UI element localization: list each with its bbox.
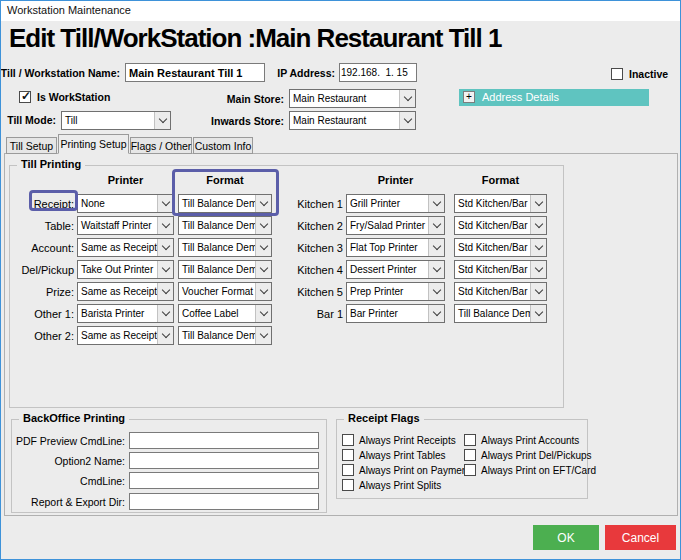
combo-value: Till Balance Demo bbox=[179, 261, 255, 278]
other2-printer-select[interactable]: Same as Receipt bbox=[77, 326, 174, 345]
combo-value: Same as Receipt bbox=[78, 283, 157, 300]
chevron-down-icon bbox=[428, 217, 444, 234]
account-printer-select[interactable]: Same as Receipt bbox=[77, 238, 174, 257]
bar1-printer-select[interactable]: Bar Printer bbox=[346, 304, 445, 323]
pdf-preview-cmdline-input[interactable] bbox=[129, 432, 319, 449]
prize-printer-select[interactable]: Same as Receipt bbox=[77, 282, 174, 301]
table-format-select[interactable]: Till Balance Demo bbox=[178, 216, 272, 235]
tab-printing-setup[interactable]: Printing Setup bbox=[58, 134, 129, 154]
bar1-label: Bar 1 bbox=[317, 308, 343, 320]
always-print-del-pickups-checkbox[interactable] bbox=[464, 449, 476, 461]
option2-name-input[interactable] bbox=[129, 452, 319, 469]
chevron-down-icon bbox=[157, 217, 173, 234]
backoffice-printing-group: BackOffice Printing PDF Preview CmdLine:… bbox=[11, 419, 327, 513]
combo-value: Till Balance Demo bbox=[179, 217, 255, 234]
kitchen1-label: Kitchen 1 bbox=[297, 198, 343, 210]
tab-custom-info[interactable]: Custom Info bbox=[193, 137, 253, 154]
del-pickup-format-select[interactable]: Till Balance Demo bbox=[178, 260, 272, 279]
backoffice-printing-title: BackOffice Printing bbox=[19, 412, 129, 424]
kitchen5-format-select[interactable]: Std Kitchen/Bar bbox=[454, 282, 547, 301]
chevron-down-icon bbox=[530, 239, 546, 256]
combo-value: None bbox=[78, 195, 157, 212]
workstation-name-input[interactable] bbox=[125, 63, 265, 82]
chevron-down-icon bbox=[428, 261, 444, 278]
kitchen2-format-select[interactable]: Std Kitchen/Bar bbox=[454, 216, 547, 235]
kitchen2-printer-select[interactable]: Fry/Salad Printer bbox=[346, 216, 445, 235]
tab-flags-other[interactable]: Flags / Other bbox=[130, 137, 192, 154]
always-print-tables-checkbox[interactable] bbox=[342, 449, 354, 461]
report-export-dir-input[interactable] bbox=[129, 493, 319, 510]
account-format-select[interactable]: Till Balance Demo bbox=[178, 238, 272, 257]
always-print-on-payment-checkbox[interactable] bbox=[342, 464, 354, 476]
del-pickup-printer-select[interactable]: Take Out Printer bbox=[77, 260, 174, 279]
always-print-splits-checkbox[interactable] bbox=[342, 479, 354, 491]
kitchen4-printer-select[interactable]: Dessert Printer bbox=[346, 260, 445, 279]
cancel-button[interactable]: Cancel bbox=[605, 525, 676, 550]
tab-till-setup[interactable]: Till Setup bbox=[6, 137, 57, 154]
kitchen3-printer-select[interactable]: Flat Top Printer bbox=[346, 238, 445, 257]
till-mode-value: Till bbox=[62, 112, 154, 129]
kitchen4-format-select[interactable]: Std Kitchen/Bar bbox=[454, 260, 547, 279]
chevron-down-icon bbox=[157, 327, 173, 344]
always-print-accounts-label: Always Print Accounts bbox=[481, 435, 579, 446]
always-print-tables-label: Always Print Tables bbox=[359, 450, 446, 461]
till-mode-label: Till Mode: bbox=[7, 114, 56, 126]
table-label: Table: bbox=[45, 220, 74, 232]
printing-row: Prize: Same as Receipt Voucher Format Ki… bbox=[10, 282, 565, 301]
other2-format-select[interactable]: Till Balance Demo bbox=[178, 326, 272, 345]
bar1-format-select[interactable]: Till Balance Demo bbox=[454, 304, 547, 323]
always-print-on-eft-card-checkbox[interactable] bbox=[464, 464, 476, 476]
inwards-store-value: Main Restaurant bbox=[290, 112, 399, 129]
format-column-header: Format bbox=[454, 174, 547, 186]
plus-icon bbox=[463, 91, 475, 103]
receipt-format-select[interactable]: Till Balance Demo bbox=[178, 194, 272, 213]
combo-value: Std Kitchen/Bar bbox=[455, 217, 530, 234]
combo-value: Std Kitchen/Bar bbox=[455, 283, 530, 300]
printer-column-header: Printer bbox=[346, 174, 445, 186]
table-printer-select[interactable]: Waitstaff Printer bbox=[77, 216, 174, 235]
always-print-accounts-checkbox[interactable] bbox=[464, 434, 476, 446]
chevron-down-icon bbox=[530, 217, 546, 234]
printing-row: Receipt: None Till Balance Demo Kitchen … bbox=[10, 194, 565, 213]
workstation-maintenance-window: Workstation Maintenance Edit Till/WorkSt… bbox=[0, 0, 681, 560]
chevron-down-icon bbox=[255, 217, 271, 234]
prize-format-select[interactable]: Voucher Format bbox=[178, 282, 272, 301]
kitchen5-printer-select[interactable]: Prep Printer bbox=[346, 282, 445, 301]
till-mode-select[interactable]: Till bbox=[61, 111, 171, 130]
receipt-printer-select[interactable]: None bbox=[77, 194, 174, 213]
report-export-dir-label: Report & Export Dir: bbox=[31, 496, 125, 508]
printing-row: Table: Waitstaff Printer Till Balance De… bbox=[10, 216, 565, 235]
other1-format-select[interactable]: Coffee Label bbox=[178, 304, 272, 323]
title-bar[interactable]: Workstation Maintenance bbox=[1, 1, 680, 21]
kitchen1-printer-select[interactable]: Grill Printer bbox=[346, 194, 445, 213]
combo-value: Till Balance Demo bbox=[455, 305, 530, 322]
chevron-down-icon bbox=[530, 283, 546, 300]
combo-value: Voucher Format bbox=[179, 283, 255, 300]
chevron-down-icon bbox=[255, 239, 271, 256]
printing-row: Other 1: Barista Printer Coffee Label Ba… bbox=[10, 304, 565, 323]
combo-value: Waitstaff Printer bbox=[78, 217, 157, 234]
address-details-expander[interactable]: Address Details bbox=[459, 89, 649, 106]
chevron-down-icon bbox=[399, 90, 415, 107]
combo-value: Barista Printer bbox=[78, 305, 157, 322]
ok-button[interactable]: OK bbox=[533, 525, 599, 550]
chevron-down-icon bbox=[157, 239, 173, 256]
main-store-select[interactable]: Main Restaurant bbox=[289, 89, 416, 108]
is-workstation-checkbox[interactable] bbox=[19, 91, 31, 103]
kitchen3-format-select[interactable]: Std Kitchen/Bar bbox=[454, 238, 547, 257]
receipt-flags-title: Receipt Flags bbox=[344, 412, 424, 424]
chevron-down-icon bbox=[154, 112, 170, 129]
cmdline-input[interactable] bbox=[129, 472, 319, 489]
combo-value: Fry/Salad Printer bbox=[347, 217, 428, 234]
other1-printer-select[interactable]: Barista Printer bbox=[77, 304, 174, 323]
chevron-down-icon bbox=[255, 195, 271, 212]
ip-address-input[interactable] bbox=[339, 63, 417, 82]
inwards-store-select[interactable]: Main Restaurant bbox=[289, 111, 416, 130]
combo-value: Bar Printer bbox=[347, 305, 428, 322]
kitchen1-format-select[interactable]: Std Kitchen/Bar bbox=[454, 194, 547, 213]
always-print-on-payment-label: Always Print on Payment bbox=[359, 465, 470, 476]
account-label: Account: bbox=[31, 242, 74, 254]
always-print-receipts-label: Always Print Receipts bbox=[359, 435, 456, 446]
always-print-receipts-checkbox[interactable] bbox=[342, 434, 354, 446]
inactive-checkbox[interactable] bbox=[611, 68, 623, 80]
